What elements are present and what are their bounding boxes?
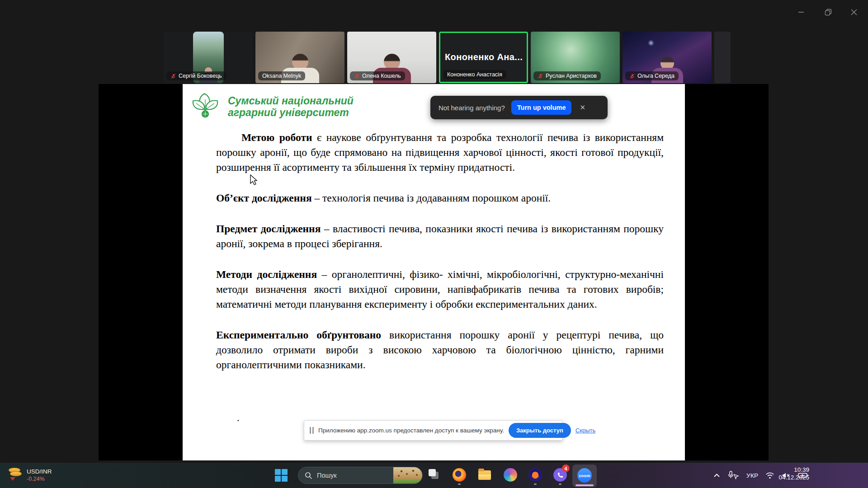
participant-tile-active-speaker[interactable]: Кононенко Ана... Кононенко Анастасія [439,32,528,83]
zoom-app-icon[interactable]: zoom [572,465,597,487]
mouse-cursor [250,174,259,186]
doc-lead: Експериментально обґрунтовано [216,329,381,341]
university-logo: Сумський національний аграрний університ… [189,90,354,123]
muted-mic-icon [170,73,176,79]
shared-screen: Сумський національний аграрний університ… [99,84,769,460]
participant-tile-partial[interactable] [714,32,731,83]
turn-up-volume-button[interactable]: Turn up volume [511,100,572,115]
participant-name-label: Кононенко Анастасія [443,70,506,79]
firefox-icon[interactable] [453,468,466,482]
taskbar-clock[interactable]: 10:39 04.12.2025 [764,466,809,481]
shared-document: Сумський національний аграрний університ… [183,84,685,460]
muted-mic-icon [354,73,360,79]
zoom-meeting-window: Сергій Боковець Oksana Melnyk Олена Коше… [0,0,868,488]
participant-tile[interactable]: Ольга Середа [623,32,712,83]
toast-message: Not hearing anything? [439,104,505,112]
share-bar-message: Приложению app.zoom.us предоставлен дост… [318,427,504,434]
close-button[interactable] [846,5,862,19]
audacity-icon[interactable] [528,468,542,482]
file-explorer-icon[interactable] [478,470,491,480]
tray-time: 10:39 [764,466,809,474]
participant-name-label: Сергій Боковець [166,71,226,80]
document-text: Метою роботи є наукове обґрунтування та … [216,130,664,388]
university-logo-icon [189,90,222,123]
currency-pair: USD/INR [27,468,52,475]
participant-tile[interactable]: Руслан Аристархов [531,32,620,83]
hide-link[interactable]: Скрыть [576,427,595,434]
muted-mic-icon [538,73,543,79]
copilot-icon[interactable] [504,468,517,482]
participant-name-label: Олена Кошель [350,71,405,80]
search-icon [305,472,312,479]
search-placeholder: Пошук [317,472,393,479]
minimize-button[interactable] [793,5,809,19]
stop-sharing-button[interactable]: Закрыть доступ [509,423,571,438]
toast-close-icon[interactable]: ✕ [578,103,587,113]
participant-tile[interactable]: Сергій Боковець [164,32,253,83]
zoom-active-indicator [576,484,594,486]
pause-icon [310,427,314,434]
screen-share-permission-bar: Приложению app.zoom.us предоставлен дост… [304,420,563,441]
tray-chevron-up-icon[interactable] [713,473,720,478]
audacity-running-indicator [534,483,537,485]
participant-name-label: Руслан Аристархов [533,71,601,80]
university-name-line1: Сумський національний [228,95,354,107]
doc-lead: Об’єкт дослідження [216,192,312,204]
audio-toast: Not hearing anything? Turn up volume ✕ [430,96,608,119]
search-highlight-image [393,467,422,484]
language-indicator[interactable]: УКР [746,472,758,479]
muted-mic-icon [629,73,635,79]
participant-name-label: Ольга Середа [625,71,679,80]
participant-tile[interactable]: Oksana Melnyk [255,32,344,83]
mic-in-use-icon[interactable] [727,471,739,480]
participant-tile[interactable]: Олена Кошель [347,32,436,83]
camera-off-display-name: Кононенко Ана... [445,52,525,62]
doc-lead: Предмет дослідження [216,223,321,235]
currency-change: -0.24% [27,476,52,482]
doc-lead: Методи дослідження [216,268,317,280]
viber-running-indicator [559,483,561,485]
taskbar-widget[interactable]: USD/INR -0.24% [7,466,52,483]
participant-name-label: Oksana Melnyk [258,71,305,80]
search-box[interactable]: Пошук [298,467,423,484]
tray-date: 04.12.2025 [764,474,809,481]
restore-button[interactable] [821,5,836,19]
start-button[interactable] [275,469,288,482]
university-name-line2: аграрний університет [228,107,354,118]
doc-lead: Метою роботи [241,131,312,143]
firefox-running-indicator [458,483,461,485]
stray-period: . [237,412,240,424]
task-view-icon[interactable] [428,468,441,482]
currency-widget-icon [7,466,23,483]
viber-notification-badge: 4 [562,465,570,472]
